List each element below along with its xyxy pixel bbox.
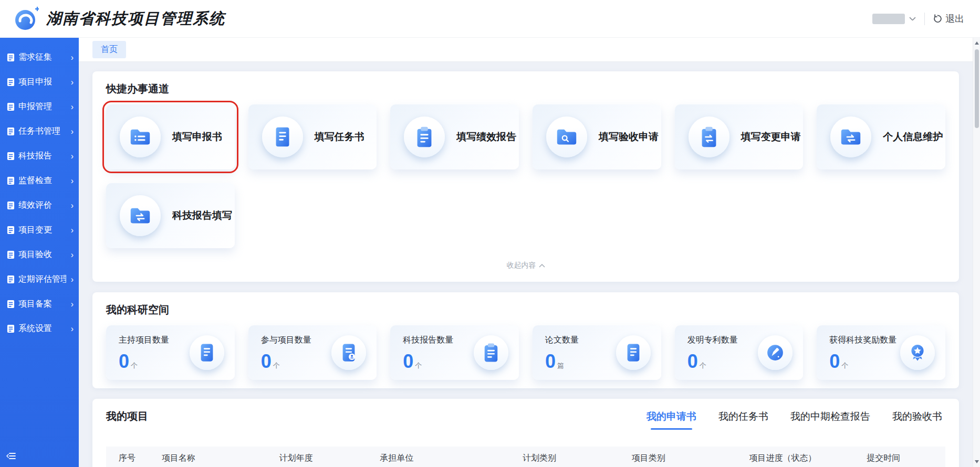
clipboard-icon <box>474 335 508 370</box>
sidebar-item-project-record[interactable]: 项目备案 › <box>0 292 79 316</box>
stat-hosted-projects: 主持项目数量 0个 <box>106 325 235 380</box>
tab-my-taskbooks[interactable]: 我的任务书 <box>718 410 768 423</box>
stat-joined-projects: 参与项目数量 0个 <box>248 325 377 380</box>
tab-bar: 首页 <box>79 38 980 62</box>
document-icon <box>7 201 15 210</box>
patent-pen-icon <box>758 335 793 370</box>
stat-label: 发明专利数量 <box>687 335 738 346</box>
chevron-right-icon: › <box>70 152 74 161</box>
quick-action-label: 填写变更申请 <box>741 130 801 144</box>
stat-value: 0 <box>261 351 272 372</box>
stat-unit: 个 <box>841 362 848 369</box>
stat-tech-reports: 科技报告数量 0个 <box>390 325 519 380</box>
tab-my-midterm-reports[interactable]: 我的中期检查报告 <box>790 410 870 423</box>
research-space-panel: 我的科研空间 主持项目数量 0个 参与项目数量 <box>92 292 959 388</box>
stat-label: 科技报告数量 <box>403 335 453 346</box>
stat-label: 获得科技奖励数量 <box>829 335 896 346</box>
sidebar-item-task-book[interactable]: 任务书管理 › <box>0 119 79 144</box>
sidebar-item-supervision[interactable]: 监督检查 › <box>0 168 79 193</box>
stat-papers: 论文数量 0篇 <box>533 325 661 380</box>
col-plan-year: 计划年度 <box>274 447 375 467</box>
folder-search-icon <box>546 116 587 157</box>
sidebar-item-system-settings[interactable]: 系统设置 › <box>0 316 79 341</box>
chevron-right-icon: › <box>70 102 74 112</box>
stat-label: 参与项目数量 <box>261 335 311 346</box>
chevron-right-icon: › <box>70 275 74 284</box>
col-serial: 序号 <box>106 447 157 467</box>
stat-unit: 个 <box>131 362 138 369</box>
document-user-icon <box>331 335 366 370</box>
col-undertaking-unit: 承担单位 <box>374 447 517 467</box>
projects-table: 序号 项目名称 计划年度 承担单位 计划类别 项目类别 项目进度（状态） 提交时… <box>106 447 945 467</box>
col-project-category: 项目类别 <box>627 447 744 467</box>
stat-value: 0 <box>545 351 556 372</box>
sidebar-item-performance[interactable]: 绩效评价 › <box>0 193 79 218</box>
sidebar-item-label: 监督检查 <box>18 175 52 186</box>
document-lines-icon <box>262 116 303 157</box>
sidebar-item-label: 任务书管理 <box>18 126 60 137</box>
stat-value: 0 <box>119 351 129 372</box>
tab-my-applications[interactable]: 我的申请书 <box>647 410 696 423</box>
research-space-grid: 主持项目数量 0个 参与项目数量 0个 <box>106 325 945 380</box>
quick-action-tech-report-fill[interactable]: 科技报告填写 <box>106 183 235 248</box>
sidebar-item-declare-manage[interactable]: 申报管理 › <box>0 94 79 119</box>
sidebar-item-tech-report[interactable]: 科技报告 › <box>0 144 79 168</box>
quick-action-label: 填写验收申请 <box>599 130 659 144</box>
quick-action-label: 填写任务书 <box>315 130 364 144</box>
logout-button[interactable]: 退出 <box>933 13 964 25</box>
vertical-scrollbar[interactable] <box>973 38 980 467</box>
stat-value: 0 <box>829 351 840 372</box>
chevron-right-icon: › <box>70 324 74 334</box>
stat-label: 论文数量 <box>545 335 579 346</box>
sidebar-item-periodic-evaluation[interactable]: 定期评估管理 › <box>0 267 79 292</box>
chevron-right-icon: › <box>70 250 74 260</box>
logout-icon <box>933 14 942 23</box>
sidebar-item-label: 绩效评价 <box>18 200 52 211</box>
col-project-name: 项目名称 <box>157 447 274 467</box>
quick-action-label: 科技报告填写 <box>172 209 232 222</box>
user-name-redacted <box>872 14 905 24</box>
sidebar-item-project-declare[interactable]: 项目申报 › <box>0 70 79 94</box>
col-project-progress: 项目进度（状态） <box>744 447 861 467</box>
collapse-content-button[interactable]: 收起内容 <box>106 261 945 270</box>
sidebar-item-label: 需求征集 <box>18 52 52 63</box>
clipboard-icon <box>404 116 445 157</box>
quick-action-fill-application[interactable]: 填写申报书 <box>106 104 235 169</box>
stat-awards: 获得科技奖励数量 0个 <box>817 325 945 380</box>
chevron-right-icon: › <box>70 127 74 136</box>
chevron-right-icon: › <box>70 176 74 186</box>
chevron-right-icon: › <box>70 201 74 210</box>
sidebar-item-label: 项目变更 <box>18 225 52 236</box>
chevron-right-icon: › <box>70 300 74 309</box>
scrollbar-thumb[interactable] <box>975 49 979 128</box>
page-title: 湖南省科技项目管理系统 <box>46 8 225 29</box>
sidebar-item-label: 系统设置 <box>18 323 52 334</box>
stat-unit: 个 <box>273 362 280 369</box>
collapse-content-label: 收起内容 <box>507 261 536 270</box>
user-menu[interactable] <box>872 14 916 24</box>
quick-action-fill-taskbook[interactable]: 填写任务书 <box>248 104 377 169</box>
my-projects-title: 我的项目 <box>106 409 148 423</box>
sidebar-item-project-acceptance[interactable]: 项目验收 › <box>0 242 79 267</box>
quick-action-fill-performance-report[interactable]: 填写绩效报告 <box>390 104 519 169</box>
chevron-right-icon: › <box>70 53 74 62</box>
col-submit-time: 提交时间 <box>861 447 945 467</box>
quick-action-personal-info[interactable]: 个人信息维护 <box>817 104 945 169</box>
folder-swap-icon <box>120 195 161 236</box>
sidebar-item-label: 申报管理 <box>18 101 52 112</box>
app-header: 湖南省科技项目管理系统 退出 <box>0 0 980 38</box>
collapse-sidebar-icon[interactable] <box>6 452 16 462</box>
document-icon <box>7 78 15 87</box>
quick-action-fill-acceptance-apply[interactable]: 填写验收申请 <box>533 104 661 169</box>
quick-action-fill-change-apply[interactable]: 填写变更申请 <box>675 104 804 169</box>
quick-action-label: 填写绩效报告 <box>456 130 516 144</box>
tab-home[interactable]: 首页 <box>92 41 126 58</box>
sidebar-item-demand-collection[interactable]: 需求征集 › <box>0 45 79 70</box>
scrollbar-down-arrow[interactable] <box>973 458 980 466</box>
quick-action-label: 填写申报书 <box>172 130 222 144</box>
sidebar-item-project-change[interactable]: 项目变更 › <box>0 218 79 242</box>
app-logo-icon <box>14 6 39 31</box>
scrollbar-up-arrow[interactable] <box>973 39 980 47</box>
tab-my-acceptance-books[interactable]: 我的验收书 <box>892 410 942 423</box>
stat-patents: 发明专利数量 0个 <box>675 325 804 380</box>
